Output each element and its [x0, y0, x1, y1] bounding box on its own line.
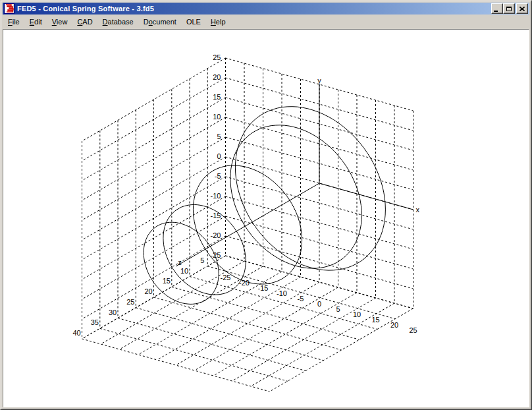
y-axis-label: y — [317, 76, 321, 84]
minimize-icon — [494, 11, 498, 12]
close-button[interactable] — [516, 3, 528, 14]
y-tick-label: 5 — [217, 132, 221, 140]
x-tick-label: -10 — [277, 289, 287, 297]
z-tick-label: 25 — [126, 298, 134, 306]
menu-item-database[interactable]: Database — [98, 16, 138, 28]
x-tick-label: -5 — [298, 295, 304, 303]
x-tick-label: 15 — [371, 316, 379, 324]
x-tick-label: 5 — [336, 305, 340, 313]
z-tick-label: 35 — [91, 318, 99, 326]
minimize-button[interactable] — [491, 3, 503, 14]
x-tick-label: 0 — [317, 300, 321, 308]
menu-bar: FileEditViewCADDatabaseDocumentOLEHelp — [3, 15, 529, 29]
x-axis-label: x — [416, 206, 420, 214]
menu-item-help[interactable]: Help — [206, 16, 230, 28]
y-tick-label: 0 — [217, 152, 221, 160]
title-bar[interactable]: FED5 - Conical Spring Software - 3.fd5 — [3, 3, 529, 15]
window-title: FED5 - Conical Spring Software - 3.fd5 — [17, 5, 491, 13]
menu-item-document[interactable]: Document — [139, 16, 181, 28]
close-icon — [519, 7, 525, 11]
z-tick-label: 5 — [200, 256, 204, 264]
z-tick-label: 30 — [109, 308, 117, 316]
y-tick-label: -15 — [211, 212, 221, 220]
x-tick-label: 25 — [409, 326, 417, 334]
x-tick-label: 20 — [390, 321, 398, 329]
x-tick-label: -25 — [221, 274, 231, 281]
x-tick-label: 10 — [353, 310, 361, 318]
menu-item-edit[interactable]: Edit — [25, 16, 47, 28]
z-axis-label: z — [178, 258, 182, 266]
y-tick-label: 20 — [213, 73, 221, 81]
x-tick-label: -20 — [239, 279, 250, 287]
menu-item-ole[interactable]: OLE — [182, 16, 205, 28]
window-controls — [491, 3, 528, 14]
x-tick-label: -15 — [258, 284, 269, 292]
y-tick-label: -20 — [211, 231, 221, 239]
y-tick-label: 10 — [213, 113, 221, 121]
spring-3d-plot: 2520151050-5-10-15-20-25-25-20-15-10-505… — [3, 30, 529, 407]
y-tick-label: 25 — [213, 53, 221, 61]
client-area: 2520151050-5-10-15-20-25-25-20-15-10-505… — [3, 29, 529, 407]
maximize-button[interactable] — [503, 3, 515, 14]
app-window: FED5 - Conical Spring Software - 3.fd5 F… — [0, 0, 532, 410]
y-tick-label: 15 — [213, 93, 221, 101]
menu-item-view[interactable]: View — [47, 16, 72, 28]
z-tick-label: 40 — [72, 329, 80, 337]
menu-item-cad[interactable]: CAD — [72, 16, 97, 28]
z-tick-label: 10 — [180, 267, 188, 275]
spring-icon — [4, 3, 14, 14]
maximize-icon — [506, 7, 512, 11]
menu-item-file[interactable]: File — [3, 16, 24, 28]
y-tick-label: -10 — [211, 192, 221, 200]
y-tick-label: -5 — [215, 172, 221, 180]
z-tick-label: 20 — [144, 287, 152, 295]
z-tick-label: 15 — [163, 277, 171, 285]
